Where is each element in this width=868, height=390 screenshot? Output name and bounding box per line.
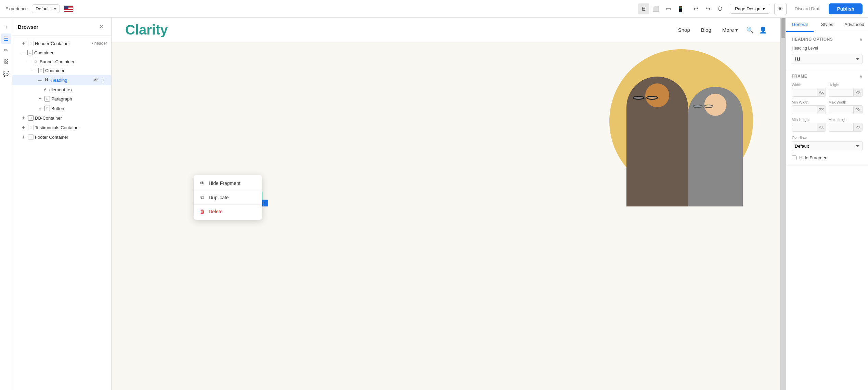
banner-container-icon: □	[33, 59, 38, 64]
nav-blog[interactable]: Blog	[701, 27, 711, 33]
language-flag[interactable]	[64, 5, 74, 12]
canvas-area: Clarity Shop Blog More ▾ 🔍 👤	[112, 18, 786, 390]
hide-fragment-checkbox[interactable]	[792, 156, 796, 160]
edit-btn[interactable]: ✏	[1, 45, 11, 55]
comment-btn[interactable]: 💬	[1, 68, 11, 79]
canvas-scrollbar-thumb[interactable]	[781, 18, 785, 38]
tab-styles[interactable]: Styles	[814, 18, 841, 32]
heading-more-btn[interactable]: ⋮	[100, 77, 107, 83]
height-label: Height	[829, 83, 863, 87]
context-hide-fragment[interactable]: 👁 Hide Fragment	[194, 177, 262, 189]
page-design-label: Page Design	[735, 6, 760, 11]
overflow-select[interactable]: Default	[792, 141, 863, 151]
experience-select[interactable]: Default	[32, 4, 60, 13]
width-input[interactable]	[792, 88, 817, 96]
max-width-input[interactable]	[829, 106, 854, 114]
container-2-label: Container	[45, 68, 107, 73]
heading-level-row: Heading Level	[792, 46, 863, 51]
heading-options-chevron-icon: ∧	[859, 37, 863, 42]
add-paragraph-btn[interactable]: +	[37, 96, 43, 102]
tree-item-heading[interactable]: — H Heading 👁 ⋮	[12, 75, 111, 85]
hide-fragment-row: Hide Fragment	[792, 155, 863, 160]
context-duplicate[interactable]: ⧉ Duplicate	[194, 191, 262, 204]
view-mobile-btn[interactable]: 📱	[675, 3, 686, 14]
tree-item-element-text[interactable]: A element-text	[12, 85, 111, 94]
redo-btn[interactable]: ↪	[702, 3, 713, 14]
footer-container-icon: □	[28, 134, 34, 140]
expand-banner-btn[interactable]: —	[26, 59, 31, 64]
delete-icon: 🗑	[199, 209, 205, 214]
db-container-label: DB-Container	[35, 116, 107, 121]
hero-people-image	[609, 56, 753, 206]
min-width-unit: PX	[817, 106, 826, 113]
view-tablet-btn[interactable]: ⬜	[650, 3, 661, 14]
max-height-input[interactable]	[829, 123, 854, 131]
add-header-btn[interactable]: +	[21, 40, 27, 46]
width-height-row: Width PX Height PX	[792, 83, 863, 97]
min-max-width-row: Min Width PX Max Width PX	[792, 100, 863, 114]
expand-heading-btn[interactable]: —	[37, 77, 42, 83]
publish-btn[interactable]: Publish	[829, 3, 863, 14]
max-width-field: Max Width PX	[829, 100, 863, 114]
link-btn[interactable]: ⛓	[1, 57, 11, 67]
view-desktop-btn[interactable]: 🖥	[638, 3, 649, 14]
context-menu: 👁 Hide Fragment ⧉ Duplicate 🗑 Delete	[194, 175, 262, 220]
hide-fragment-checkbox-label: Hide Fragment	[799, 155, 829, 160]
min-width-input-wrap: PX	[792, 105, 826, 114]
tree-item-db-container[interactable]: + □ DB-Container	[12, 113, 111, 123]
overflow-label: Overflow	[792, 136, 863, 140]
user-icon[interactable]: 👤	[759, 26, 767, 34]
footer-container-label: Footer Container	[35, 135, 107, 140]
tree-item-testimonials-container[interactable]: + □ Testimonials Container	[12, 123, 111, 132]
heading-options-toggle[interactable]: HEADING OPTIONS ∧	[792, 37, 863, 42]
tree-item-banner-container[interactable]: — □ Banner Container	[12, 57, 111, 66]
tree-item-footer-container[interactable]: + □ Footer Container	[12, 132, 111, 142]
view-tablet-sm-btn[interactable]: ▭	[663, 3, 674, 14]
expand-container-2-btn[interactable]: —	[31, 68, 37, 73]
preview-btn[interactable]: 👁	[774, 3, 787, 15]
browser-panel-title: Browser	[18, 24, 38, 30]
tab-advanced[interactable]: Advanced	[841, 18, 868, 32]
add-footer-btn[interactable]: +	[21, 134, 27, 140]
add-button-btn[interactable]: +	[37, 105, 43, 111]
container-2-icon: □	[38, 68, 44, 73]
context-delete[interactable]: 🗑 Delete	[194, 205, 262, 218]
tree-item-paragraph[interactable]: + □ Paragraph	[12, 94, 111, 104]
max-width-label: Max Width	[829, 100, 863, 104]
banner-container-label: Banner Container	[40, 59, 107, 64]
heading-eye-btn[interactable]: 👁	[92, 77, 99, 83]
frame-chevron-icon: ∧	[859, 74, 863, 79]
nav-more[interactable]: More ▾	[722, 27, 738, 33]
add-testimonials-btn[interactable]: +	[21, 124, 27, 131]
tab-general[interactable]: General	[786, 18, 814, 32]
canvas-scrollbar[interactable]	[780, 18, 786, 390]
overflow-field: Overflow Default	[792, 136, 863, 151]
page-design-btn[interactable]: Page Design ▾	[730, 4, 770, 14]
tree-item-container-1[interactable]: — □ Container	[12, 48, 111, 57]
tree-item-button[interactable]: + □ Button	[12, 104, 111, 113]
expand-container-1-btn[interactable]: —	[21, 50, 26, 55]
min-width-input[interactable]	[792, 106, 817, 114]
tree-item-header-container[interactable]: + □ Header Container • header	[12, 39, 111, 48]
history-btn[interactable]: ⏱	[715, 3, 726, 14]
tree-item-container-2[interactable]: — □ Container	[12, 66, 111, 75]
heading-level-select[interactable]: H1	[792, 54, 863, 64]
search-icon[interactable]: 🔍	[746, 26, 754, 34]
min-height-field: Min Height PX	[792, 118, 826, 132]
frame-toggle[interactable]: FRAME ∧	[792, 74, 863, 79]
nav-shop[interactable]: Shop	[678, 27, 690, 33]
undo-btn[interactable]: ↩	[690, 3, 701, 14]
duplicate-label: Duplicate	[209, 195, 229, 200]
browser-btn[interactable]: ☰	[1, 33, 11, 44]
browser-close-btn[interactable]: ✕	[98, 23, 106, 31]
max-width-input-wrap: PX	[829, 105, 863, 114]
heading-label: Heading	[51, 78, 91, 83]
max-height-field: Max Height PX	[829, 118, 863, 132]
height-input[interactable]	[829, 88, 854, 96]
add-element-btn[interactable]: ＋	[1, 22, 11, 32]
add-db-container-btn[interactable]: +	[21, 115, 27, 121]
discard-draft-btn[interactable]: Discard Draft	[791, 4, 825, 13]
heading-options-title: HEADING OPTIONS	[792, 37, 833, 42]
container-1-icon: □	[27, 50, 33, 55]
min-height-input[interactable]	[792, 123, 817, 131]
